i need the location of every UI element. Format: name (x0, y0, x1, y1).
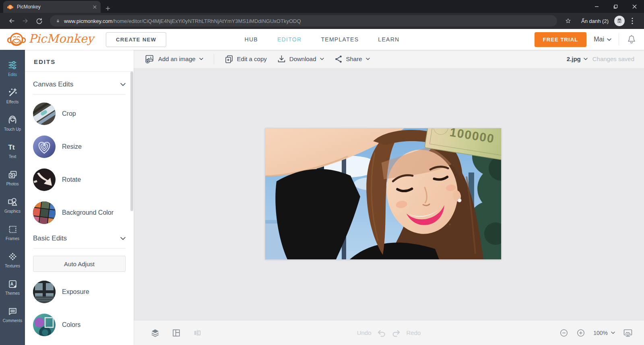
background-color-thumbnail (33, 201, 56, 224)
edit-item-label: Exposure (62, 288, 89, 296)
forward-icon[interactable] (19, 15, 31, 27)
edit-item-resize[interactable]: Resize (33, 136, 126, 158)
text-icon: Tt (7, 142, 18, 152)
share-button[interactable]: Share (334, 55, 370, 63)
mirror-icon[interactable] (193, 329, 202, 337)
fullscreen-preview-icon[interactable] (623, 328, 633, 338)
workspace[interactable]: 100000 (134, 68, 644, 320)
picmonkey-logo[interactable]: PicMonkey (7, 32, 94, 47)
sidebar-item-text[interactable]: Tt Text (0, 137, 25, 164)
browser-menu-icon[interactable] (626, 15, 638, 27)
sidebar-item-edits[interactable]: Edits (0, 55, 25, 82)
tab-close-icon[interactable] (93, 5, 97, 9)
nav-editor[interactable]: EDITOR (277, 36, 301, 43)
incognito-avatar[interactable] (614, 16, 625, 26)
nav-templates[interactable]: TEMPLATES (321, 36, 359, 43)
sidebar-item-graphics[interactable]: Graphics (0, 191, 25, 219)
close-window-icon[interactable] (625, 0, 644, 13)
file-name: 2.jpg (567, 55, 581, 62)
back-icon[interactable] (6, 15, 18, 27)
edit-item-crop[interactable]: Crop (33, 103, 126, 125)
sidebar-item-label: Textures (5, 264, 20, 268)
comment-icon (8, 306, 18, 316)
file-name-dropdown[interactable]: 2.jpg (567, 55, 588, 62)
chevron-down-icon (120, 83, 126, 86)
sidebar-item-textures[interactable]: Textures (0, 246, 25, 273)
edit-item-label: Background Color (62, 209, 114, 216)
layers-icon[interactable] (151, 328, 160, 337)
edit-item-background-color[interactable]: Background Color (33, 201, 126, 224)
new-tab-button[interactable] (105, 6, 110, 11)
texture-icon (8, 252, 18, 262)
download-button[interactable]: Download (277, 55, 324, 63)
create-new-button[interactable]: CREATE NEW (106, 32, 166, 47)
undo-icon[interactable] (377, 329, 386, 337)
auto-adjust-button[interactable]: Auto Adjust (33, 256, 126, 272)
sidebar-item-label: Photos (6, 182, 19, 186)
edit-copy-label: Edit a copy (237, 55, 267, 62)
edit-item-colors[interactable]: Colors (33, 314, 126, 336)
header-divider (619, 33, 619, 45)
chevron-down-icon (320, 58, 324, 60)
section-rule (33, 248, 126, 248)
colors-thumbnail (33, 314, 56, 336)
address-bar[interactable]: www.picmonkey.com/home/editor/CiQ4MjE4Nj… (50, 15, 557, 27)
url-text: www.picmonkey.com/home/editor/CiQ4MjE4Nj… (64, 18, 301, 24)
zoom-level: 100% (593, 330, 608, 336)
zoom-controls: 100% (559, 328, 633, 338)
toolbar-divider (214, 54, 214, 64)
chevron-down-icon (120, 237, 126, 240)
chevron-down-icon (366, 58, 370, 60)
nav-hub[interactable]: HUB (245, 36, 258, 43)
edit-item-label: Rotate (62, 176, 81, 183)
section-basic-edits[interactable]: Basic Edits (33, 234, 126, 242)
section-canvas-edits[interactable]: Canvas Edits (33, 80, 126, 88)
sidebar-item-label: Themes (5, 291, 20, 296)
zoom-out-icon[interactable] (559, 329, 568, 337)
notifications-bell-icon[interactable] (626, 34, 637, 45)
tab-title: PicMonkey (17, 4, 89, 10)
lock-icon (56, 18, 60, 24)
crop-thumbnail (33, 103, 56, 125)
nav-learn[interactable]: LEARN (378, 36, 399, 43)
bookmark-star-icon[interactable] (562, 15, 574, 27)
maximize-icon[interactable] (606, 0, 625, 13)
sidebar-item-themes[interactable]: A Themes (0, 273, 25, 301)
canvas-image[interactable]: 100000 (265, 128, 501, 259)
sidebar-item-touchup[interactable]: Touch Up (0, 109, 25, 137)
edit-item-exposure[interactable]: Exposure (33, 281, 126, 303)
exposure-thumbnail (33, 281, 56, 303)
edit-item-label: Colors (62, 321, 80, 329)
chevron-down-icon (199, 58, 203, 60)
sidebar-item-frames[interactable]: Frames (0, 219, 25, 246)
add-image-button[interactable]: Add an image (145, 55, 203, 64)
sidebar-item-label: Touch Up (4, 127, 21, 131)
sidebar-item-effects[interactable]: Effects (0, 82, 25, 109)
sidebar-item-photos[interactable]: Photos (0, 164, 25, 191)
sidebar-item-label: Comments (3, 318, 22, 323)
minimize-icon[interactable] (587, 0, 606, 13)
browser-tab[interactable]: PicMonkey (3, 1, 101, 13)
redo-icon[interactable] (392, 329, 401, 337)
free-trial-button[interactable]: FREE TRIAL (535, 32, 587, 47)
add-image-icon (145, 55, 155, 64)
edit-item-rotate[interactable]: Rotate (33, 168, 126, 191)
user-name: Mai (594, 36, 604, 43)
section-label: Basic Edits (33, 234, 67, 242)
sidebar-item-label: Graphics (4, 209, 21, 214)
reload-icon[interactable] (33, 15, 45, 27)
chevron-down-icon (584, 58, 588, 60)
themes-icon: A (8, 279, 18, 289)
portrait-photo: 100000 (265, 128, 501, 259)
edit-copy-button[interactable]: Edit a copy (225, 55, 267, 64)
panel-scrollbar[interactable] (130, 72, 133, 211)
zoom-in-icon[interactable] (576, 329, 585, 337)
main-area: Edits Effects Touch Up Tt Text Photos Gr… (0, 50, 644, 345)
sidebar-item-comments[interactable]: Comments (0, 301, 25, 328)
sidebar-item-label: Text (9, 154, 16, 159)
collage-grid-icon[interactable] (172, 329, 181, 337)
share-icon (334, 55, 343, 63)
frame-icon (8, 224, 18, 234)
user-menu[interactable]: Mai (594, 36, 611, 43)
zoom-level-dropdown[interactable]: 100% (593, 330, 615, 336)
